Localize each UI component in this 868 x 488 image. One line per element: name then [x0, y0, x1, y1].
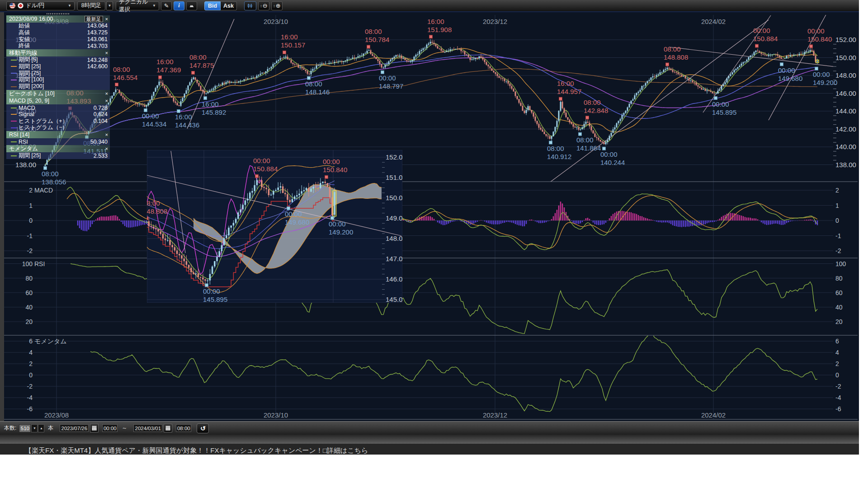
svg-text:08:00: 08:00: [576, 136, 594, 144]
bar-count-label: 本数:: [4, 424, 16, 432]
svg-text:2023/12: 2023/12: [483, 411, 507, 419]
svg-text:4: 4: [29, 349, 33, 356]
svg-text:-6: -6: [835, 405, 841, 413]
close-icon[interactable]: ×: [105, 132, 108, 137]
svg-text:150.00: 150.00: [835, 54, 856, 61]
svg-text:-2: -2: [27, 383, 33, 390]
ask-label: Ask: [223, 3, 234, 9]
series-color-swatch: [11, 66, 17, 67]
close-icon[interactable]: ×: [105, 91, 108, 96]
series-color-swatch: [11, 60, 17, 61]
svg-text:1: 1: [835, 202, 839, 209]
series-color-swatch: [11, 108, 17, 108]
chevron-down-icon: ▼: [152, 4, 156, 8]
series-color-swatch: [11, 114, 17, 115]
svg-text:20: 20: [25, 318, 33, 325]
indicator-section-header: RSI [14]×: [6, 131, 110, 138]
news-ticker-text: 【楽天FX・楽天MT4】人気通貨ペア・新興国通貨が対象！！FXキャッシュバックキ…: [25, 446, 368, 455]
svg-text:16:00: 16:00: [557, 80, 574, 87]
svg-text:00:00: 00:00: [285, 210, 302, 218]
indicator-row: MACD0.728: [6, 104, 110, 111]
zoom-inset-window[interactable]: 152.00151.00150.00149.00148.00147.00146.…: [143, 150, 406, 303]
indicator-section-header: モメンタム×: [6, 145, 110, 152]
indicator-value: 143.064: [87, 23, 108, 29]
chart-canvas[interactable]: 152.00152.00150.00150.00148.00148.00146.…: [0, 0, 859, 455]
calendar-from-button[interactable]: [90, 424, 99, 432]
bid-label: Bid: [208, 3, 217, 9]
series-color-swatch: [11, 121, 17, 122]
indicator-row: ヒストグラム（−）: [6, 125, 110, 131]
svg-text:6: 6: [835, 338, 839, 345]
series-color-swatch: [11, 73, 17, 74]
svg-text:16:00: 16:00: [281, 33, 298, 41]
indicator-value: 50.340: [90, 139, 108, 145]
indicator-panel: 2023/08/09 16:00 最新足 × 始値143.064高値143.72…: [6, 15, 110, 159]
timeframe-dropdown-button[interactable]: ▼: [106, 1, 113, 10]
svg-text:149.680: 149.680: [285, 218, 309, 226]
news-ticker[interactable]: 【楽天FX・楽天MT4】人気通貨ペア・新興国通貨が対象！！FXキャッシュバックキ…: [0, 444, 859, 455]
indicator-label: RSI: [19, 139, 28, 145]
svg-text:16:00: 16:00: [202, 100, 219, 108]
status-strip: [0, 435, 859, 444]
indicator-row: Signal0.624: [6, 111, 110, 118]
indicator-label: MACD: [19, 105, 35, 111]
close-icon[interactable]: ×: [105, 50, 108, 56]
currency-pair-select[interactable]: ドル/円 ▼: [6, 1, 75, 10]
bid-toggle-button[interactable]: Bid: [204, 1, 221, 10]
svg-text:00:00: 00:00: [203, 287, 220, 295]
svg-text:-2: -2: [27, 247, 33, 254]
svg-text:2023/10: 2023/10: [264, 411, 288, 419]
timeframe-select[interactable]: 8時間足: [77, 1, 105, 10]
area-chart-button[interactable]: [186, 1, 197, 10]
indicator-label: ヒストグラム（−）: [19, 124, 68, 131]
zoom-in-button[interactable]: ↕ ⊕: [271, 1, 283, 10]
indicator-row: RSI50.340: [6, 138, 110, 145]
count-increment-button[interactable]: ▲: [38, 424, 44, 432]
svg-text:144.534: 144.534: [142, 120, 166, 128]
svg-text:2023/08: 2023/08: [44, 411, 69, 419]
svg-text:1: 1: [29, 202, 33, 209]
svg-text:08:00: 08:00: [113, 66, 130, 73]
calendar-to-button[interactable]: [164, 424, 172, 432]
chart-application-window: 152.00152.00150.00150.00148.00148.00146.…: [0, 0, 859, 455]
svg-text:149.200: 149.200: [329, 228, 353, 236]
time-to-input[interactable]: 08:00: [176, 424, 191, 432]
count-decrement-button[interactable]: ▼: [31, 424, 38, 432]
indicator-value: 143.725: [87, 29, 108, 36]
svg-text:144.436: 144.436: [175, 121, 199, 129]
technical-select-button[interactable]: テクニカル選択 ▼: [116, 1, 159, 10]
zoom-out-button[interactable]: ↕ ⊖: [258, 1, 269, 10]
svg-text:-1: -1: [27, 232, 33, 239]
draw-tool-button[interactable]: ✎: [161, 1, 172, 10]
chevron-down-icon: ▼: [108, 4, 112, 8]
bar-count-input[interactable]: 510: [19, 424, 31, 432]
svg-text:16:00: 16:00: [427, 18, 444, 25]
svg-text:148.146: 148.146: [305, 88, 330, 96]
close-icon[interactable]: ×: [105, 16, 108, 22]
svg-text:-2: -2: [835, 383, 841, 390]
info-button[interactable]: i: [174, 1, 184, 10]
candlestick-style-button[interactable]: [244, 1, 256, 10]
svg-text:00:00: 00:00: [807, 27, 825, 35]
close-icon[interactable]: ×: [105, 98, 108, 103]
svg-text:140.00: 140.00: [835, 143, 856, 150]
indicator-value: 143.248: [87, 57, 108, 63]
svg-text:140.244: 140.244: [600, 159, 625, 166]
indicator-row: 期間 [100]: [6, 77, 110, 84]
ask-toggle-button[interactable]: Ask: [221, 1, 237, 10]
series-color-swatch: [11, 80, 17, 80]
reset-range-button[interactable]: ↺: [197, 423, 209, 433]
date-to-input[interactable]: 2024/03/01: [133, 424, 162, 432]
svg-text:142.00: 142.00: [835, 125, 856, 133]
date-from-input[interactable]: 2023/07/26: [60, 424, 89, 432]
time-from-input[interactable]: 00:00: [102, 424, 118, 432]
close-icon[interactable]: ×: [105, 146, 108, 151]
svg-text:2: 2: [835, 187, 839, 194]
range-tilde: ～: [122, 424, 127, 432]
svg-text:20: 20: [835, 318, 843, 325]
svg-text:145.892: 145.892: [202, 108, 226, 116]
indicator-section-header: ピークボトム [10]×: [6, 90, 110, 97]
indicator-section-header: 移動平均線×: [6, 49, 110, 56]
svg-text:08:00: 08:00: [305, 80, 322, 88]
svg-text:2: 2: [29, 187, 33, 194]
